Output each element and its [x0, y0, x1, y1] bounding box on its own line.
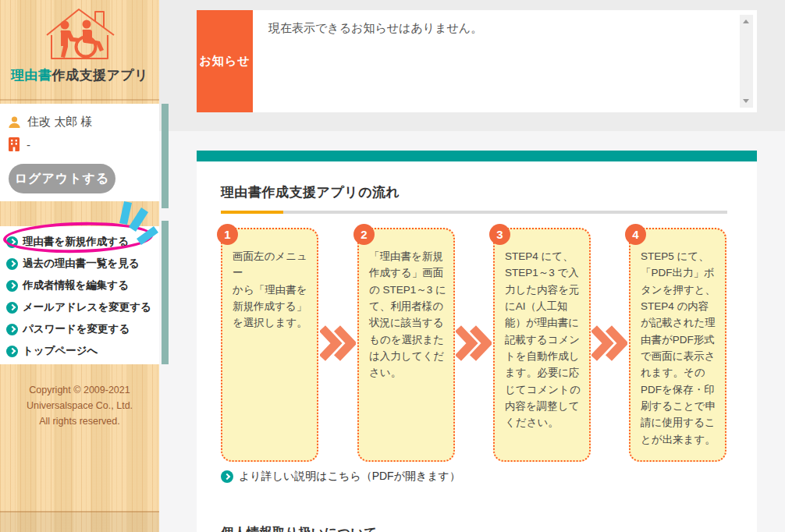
double-chevron-right-icon [320, 325, 356, 362]
step-number-badge: 3 [489, 224, 510, 245]
menu-item-label: トップページへ [23, 344, 98, 358]
sidebar-item-top-page[interactable]: トップページへ [0, 340, 159, 362]
user-org-row: - [0, 129, 159, 151]
teal-accent-bar [162, 221, 169, 364]
app-title-highlight: 理由書 [11, 68, 52, 83]
copyright-line: Universalspace Co., Ltd. [27, 400, 133, 411]
notice-label: お知らせ [197, 10, 253, 112]
detail-link-label: より詳しい説明はこちら（PDFが開きます） [239, 470, 460, 484]
section-accent-bar [197, 151, 757, 161]
chevron-right-circle-icon [6, 280, 18, 292]
copyright-line: Copyright © 2009-2021 [29, 385, 130, 395]
sidebar-item-change-password[interactable]: パスワードを変更する [0, 318, 159, 340]
step-number-badge: 2 [353, 224, 375, 245]
notice-scrollbar[interactable] [740, 15, 753, 108]
double-chevron-right-icon [456, 325, 492, 362]
detail-pdf-link[interactable]: より詳しい説明はこちら（PDFが開きます） [221, 470, 460, 484]
step-description: 「理由書を新規作成する」画面の STEP1～3 にて、利用者様の状況に該当するも… [359, 229, 453, 381]
logout-button[interactable]: ログアウトする [9, 164, 115, 193]
scroll-up-icon[interactable] [743, 20, 749, 23]
chevron-right-circle-icon [221, 470, 233, 483]
menu-item-label: パスワードを変更する [23, 322, 130, 336]
sidebar-item-past-list[interactable]: 過去の理由書一覧を見る [0, 253, 159, 275]
flow-step-1: 1 画面左のメニュー から「理由書を新規作成する」を選択します。 [221, 228, 318, 462]
flow-section-title: 理由書作成支援アプリの流れ [221, 183, 400, 201]
teal-accent-bar [162, 104, 169, 208]
chevron-right-circle-icon [6, 346, 18, 357]
house-wheelchair-logo-icon [42, 4, 117, 62]
chevron-right-circle-icon [6, 324, 18, 335]
step-number-badge: 1 [217, 224, 238, 245]
user-icon [8, 115, 21, 129]
sidebar-item-create-new[interactable]: 理由書を新規作成する [0, 231, 159, 253]
chevron-right-circle-icon [6, 236, 18, 248]
app-title: 理由書作成支援アプリ [0, 66, 159, 84]
notice-message: 現在表示できるお知らせはありません。 [268, 21, 482, 36]
menu-item-label: 過去の理由書一覧を見る [23, 257, 139, 271]
notice-panel: お知らせ 現在表示できるお知らせはありません。 [197, 10, 757, 112]
user-name: 住改 太郎 様 [27, 115, 92, 129]
title-underline [221, 211, 727, 214]
copyright: Copyright © 2009-2021 Universalspace Co.… [0, 382, 159, 429]
next-section-title-clipped: 個人情報取り扱いについて [221, 525, 377, 532]
sidebar-menu: 理由書を新規作成する 過去の理由書一覧を見る 作成者情報を編集する メールアドレ… [0, 226, 159, 364]
copyright-line: All rights reserved. [39, 416, 120, 427]
scroll-down-icon[interactable] [743, 99, 749, 103]
app-title-rest: 作成支援アプリ [52, 68, 148, 83]
step-number-badge: 4 [625, 224, 646, 245]
flow-section: 理由書作成支援アプリの流れ 1 画面左のメニュー から「理由書を新規作成する」を… [197, 151, 757, 532]
flow-step-4: 4 STEP5 にて、「PDF出力」ボタンを押すと、STEP4 の内容が記載され… [629, 228, 726, 462]
chevron-right-circle-icon [6, 302, 18, 314]
sidebar-item-edit-author[interactable]: 作成者情報を編集する [0, 275, 159, 296]
app-logo: 理由書作成支援アプリ [0, 0, 159, 84]
chevron-right-circle-icon [6, 258, 18, 270]
step-description: 画面左のメニュー から「理由書を新規作成する」を選択します。 [222, 229, 317, 332]
app-page: 理由書作成支援アプリ Copyright © 2009-2021 Univers… [0, 0, 785, 532]
flow-step-3: 3 STEP4 にて、STEP1～3 で入力した内容を元にAI（人工知能）が理由… [493, 228, 591, 462]
menu-item-label: 理由書を新規作成する [23, 235, 129, 249]
double-chevron-right-icon [591, 325, 627, 362]
sidebar-item-change-email[interactable]: メールアドレスを変更する [0, 296, 159, 318]
menu-item-label: 作成者情報を編集する [23, 278, 129, 293]
flow-step-2: 2 「理由書を新規作成する」画面の STEP1～3 にて、利用者様の状況に該当す… [357, 228, 455, 462]
building-icon [8, 137, 20, 151]
user-panel: 住改 太郎 様 - ログアウトする [0, 104, 159, 201]
user-name-row: 住改 太郎 様 [0, 104, 159, 129]
user-org: - [27, 138, 30, 151]
step-description: STEP4 にて、STEP1～3 で入力した内容を元にAI（人工知能）が理由書に… [495, 229, 589, 431]
step-description: STEP5 にて、「PDF出力」ボタンを押すと、STEP4 の内容が記載された理… [630, 229, 725, 448]
menu-item-label: メールアドレスを変更する [23, 300, 151, 314]
